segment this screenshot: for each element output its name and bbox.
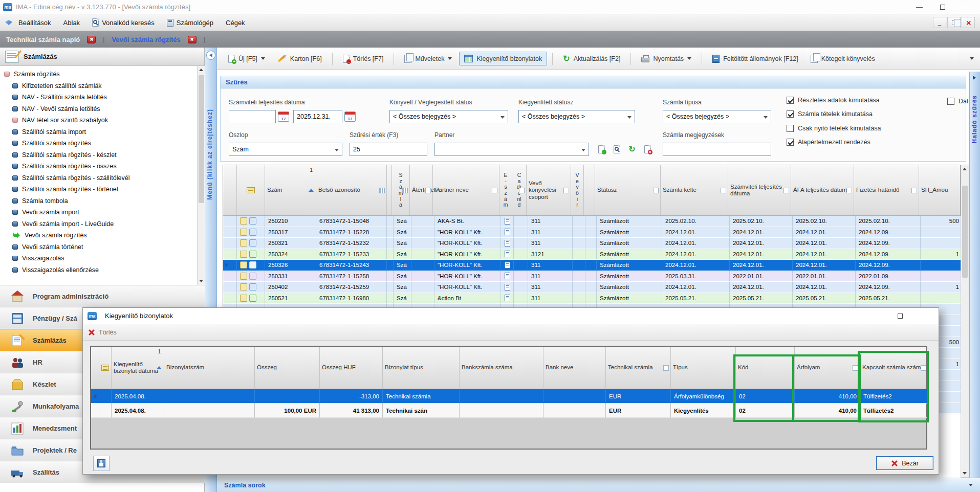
dialog-column-header-biztipus[interactable]: Bizonylat típus [383, 347, 460, 389]
sidebar-tree-item[interactable]: NAV - Vevői számla letöltés [0, 103, 197, 115]
column-header-partner[interactable]: Partner neve [433, 165, 499, 215]
column-filter-icon[interactable] [492, 188, 497, 193]
column-header-statusz[interactable]: Státusz [595, 165, 661, 215]
filter-checkbox-1[interactable]: Számla tételek kimutatása [787, 110, 873, 118]
filter-value-input[interactable]: 25 [350, 143, 427, 156]
toolbar-button-kiegyenl-t-bizonylatok[interactable]: Kiegyenlítő bizonylatok [459, 52, 547, 65]
settled-status-select[interactable]: < Összes bejegyzés > [518, 110, 635, 123]
row-flag-icon[interactable] [240, 239, 247, 247]
tab-active[interactable]: Vevői számla rögzítés [112, 36, 196, 43]
scroll-thumb[interactable] [199, 75, 204, 203]
toolbar-button-m-veletek[interactable]: Műveletek [399, 52, 457, 66]
tab-inactive[interactable]: Technikai számla napló [6, 36, 96, 43]
mdi-minimize-button[interactable]: _ [933, 17, 946, 28]
column-filter-icon[interactable] [783, 188, 789, 193]
menu-item-be-ll-t-sok[interactable]: Beállítások [12, 14, 57, 31]
export-button[interactable]: ↓ [595, 143, 607, 155]
table-row[interactable]: 25032467831472-1-15233Szá"HOR-KOLL" Kft.… [223, 249, 960, 260]
scroll-down-icon[interactable] [963, 472, 967, 475]
dialog-column-header-datuma[interactable]: Kiegyenlítő bizonylat dátuma1 [112, 347, 164, 389]
select-all-icon[interactable] [247, 187, 255, 193]
table-row[interactable]: 25021067831472-1-15048SzáAKA-S Bt.311Szá… [223, 216, 960, 227]
table-row[interactable]: 25031767831472-1-15228Szá"HOR-KOLL" Kft.… [223, 227, 960, 238]
toolbar-button-nyomtat-s[interactable]: Nyomtatás [636, 52, 696, 65]
sidebar-tree-item[interactable]: Szállítói számla import [0, 126, 197, 138]
tab-close-icon[interactable] [87, 36, 96, 43]
column-header-vcsop[interactable]: Vevő könyvelési csoport [527, 165, 571, 215]
table-row[interactable]: 25040267831472-1-15259Szá"HOR-KOLL" Kft.… [223, 282, 960, 293]
filter-checkbox-0[interactable]: Részletes adatok kimutatása [787, 97, 880, 104]
column-filter-icon[interactable] [379, 188, 385, 193]
toolbar-button--j-f5-[interactable]: +Új [F5] [223, 52, 270, 66]
column-filter-icon[interactable] [402, 188, 408, 193]
mdi-close-button[interactable] [962, 17, 975, 28]
column-filter-icon[interactable] [853, 365, 858, 371]
sidebar-tree-item[interactable]: Szállítói számla rögzítés - készlet [0, 149, 197, 161]
date-to-input[interactable]: 2025.12.31. [293, 110, 342, 123]
toolbar-button-felt-lt-tt-llom-nyok-f12-[interactable]: Feltöltött állományok [F12] [707, 52, 803, 66]
sidebar-tree-item-selected[interactable]: Vevői számla rögzítés [0, 230, 197, 241]
table-row-selected[interactable]: 25032667831472-1-15243Szá"HOR-KOLL" Kft.… [223, 260, 960, 271]
dialog-table-row[interactable]: 2025.04.08.100,00 EUR41 313,00Technikai … [91, 404, 926, 418]
refresh-button[interactable]: ↻ [626, 143, 638, 155]
mdi-restore-button[interactable] [947, 17, 961, 28]
column-filter-icon[interactable] [846, 188, 852, 193]
dialog-column-header-bankneve[interactable]: Bank neve [543, 347, 606, 389]
dialog-column-header-bankszamla[interactable]: Bankszámla száma [460, 347, 543, 389]
invoice-type-select[interactable]: < Összes bejegyzés > [663, 110, 771, 123]
column-filter-icon[interactable] [921, 365, 926, 371]
column-header-belso[interactable]: Belső azonosító [316, 165, 387, 215]
column-header-vevoir[interactable]: Vevőir [571, 165, 584, 215]
tree-scrollbar[interactable] [197, 66, 205, 285]
sidebar-tree-item[interactable]: Visszaigazolás ellenőrzése [0, 264, 197, 276]
select-all-icon[interactable] [101, 365, 109, 371]
sidebar-item-home[interactable]: Program adminisztráció [0, 285, 205, 307]
toolbar-button-k-tegelt-k-nyvel-s[interactable]: Kötegelt könyvelés [805, 52, 880, 66]
scroll-down-icon[interactable] [199, 280, 203, 282]
dialog-column-header-kapcsolt[interactable]: Kapcsolt számla száma [860, 347, 928, 389]
row-check-icon[interactable] [249, 239, 256, 247]
clear-filter-button[interactable]: ✕ [641, 143, 654, 155]
row-flag-icon[interactable] [240, 229, 247, 236]
maximize-button[interactable] [931, 0, 954, 14]
preview-button[interactable] [611, 143, 623, 155]
sidebar-tree-item[interactable]: Vevői számla import - LiveGuide [0, 218, 197, 230]
toolbar-overflow-icon[interactable] [970, 57, 974, 60]
row-check-icon[interactable] [249, 295, 256, 302]
table-row[interactable]: 25052167831472-1-16980Szá&ction Bt311Szá… [223, 293, 960, 304]
column-header-thin[interactable] [387, 165, 392, 215]
row-flag-icon[interactable] [240, 251, 247, 258]
calendar-icon[interactable] [344, 111, 356, 122]
sidebar-tree-item[interactable]: Szállítói számla rögzítés [0, 138, 197, 149]
row-check-icon[interactable] [249, 251, 256, 258]
dialog-column-header-huf[interactable]: Összeg HUF [320, 347, 383, 389]
column-filter-icon[interactable] [425, 188, 431, 193]
column-header-szamviteli[interactable]: Számviteli teljesítés dátuma [728, 165, 791, 215]
row-flag-icon[interactable] [240, 295, 247, 302]
partner-select[interactable] [434, 143, 589, 156]
sidebar-tree-item[interactable]: Szállítói számla rögzítés - szállítólevé… [0, 172, 197, 184]
date-from-input[interactable] [229, 110, 276, 123]
row-flag-icon[interactable] [240, 261, 247, 269]
row-flag-icon[interactable] [240, 217, 247, 225]
calendar-icon[interactable] [278, 111, 289, 122]
column-header-eszamla[interactable]: E-szám [499, 165, 512, 215]
row-check-icon[interactable] [249, 283, 256, 290]
column-header-szam[interactable]: Szám1 [265, 165, 316, 215]
invoice-lines-bar[interactable]: Számla sorok [217, 478, 980, 492]
grid-vertical-scrollbar[interactable] [961, 165, 969, 478]
sidebar-tree-item[interactable]: Számla tombola [0, 195, 197, 207]
column-filter-icon[interactable] [721, 188, 726, 193]
collapse-bubble[interactable] [206, 51, 215, 60]
filter-checkbox-3[interactable]: Alapértelmezett rendezés [787, 139, 870, 146]
scroll-thumb[interactable] [962, 186, 968, 278]
column-header-fizetesi[interactable]: Fizetési határidő [854, 165, 919, 215]
close-button[interactable] [954, 0, 977, 14]
sidebar-tree-item[interactable]: NAV tétel sor szintű szabályok [0, 115, 197, 126]
tab-close-icon[interactable] [188, 36, 197, 43]
menu-item-c-gek[interactable]: Cégek [220, 14, 251, 31]
column-header-ind[interactable] [223, 165, 237, 215]
filter-checkbox-2[interactable]: Csak nyitó tételek kimutatása [787, 125, 881, 132]
row-check-icon[interactable] [249, 273, 256, 280]
dialog-column-header-sel[interactable] [99, 347, 112, 389]
